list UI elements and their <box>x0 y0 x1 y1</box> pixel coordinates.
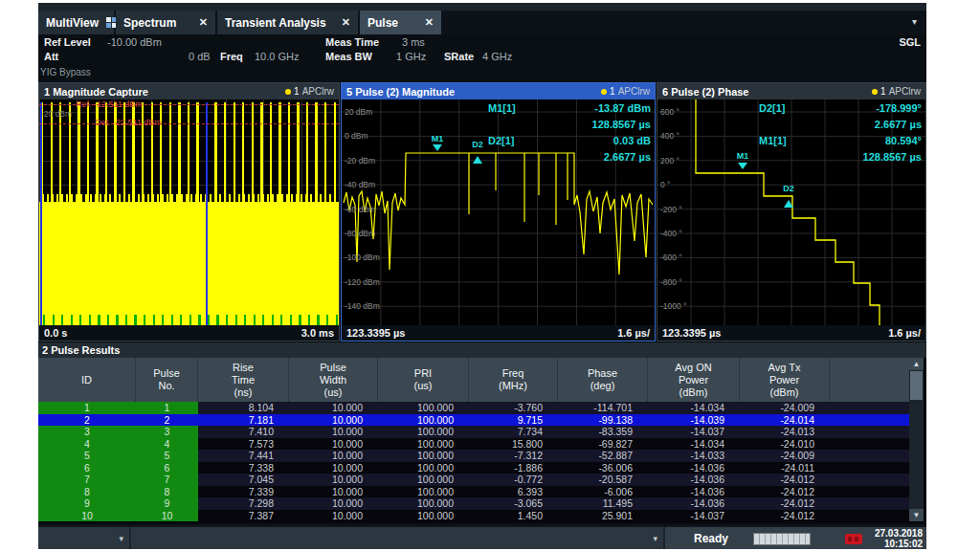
meas-time-value[interactable]: 3 ms <box>402 36 425 48</box>
trace-color-dot <box>601 89 607 95</box>
table-cell: 9.715 <box>469 414 558 427</box>
marker-name: D2[1] <box>759 100 786 117</box>
panel6-title-bar[interactable]: 6 Pulse (2) Phase 1 APClrw <box>657 83 925 99</box>
table-cell: -52.887 <box>558 450 648 462</box>
scroll-up-icon[interactable]: ▲ <box>909 358 924 370</box>
pulse-results-title[interactable]: 2 Pulse Results <box>38 342 926 358</box>
table-row[interactable]: 557.44110.000100.000-7.312-52.887-14.033… <box>38 450 909 462</box>
col-header-avg-tx-power: Avg Tx Power (dBm) <box>740 358 830 402</box>
table-cell: -24.013 <box>740 426 830 438</box>
col-header-phase: Phase (deg) <box>558 358 648 402</box>
table-cell-empty <box>830 474 909 486</box>
table-cell: 10 <box>136 510 198 522</box>
tab-spectrum[interactable]: Spectrum ✕ <box>116 11 215 34</box>
table-cell: 7.338 <box>198 462 289 474</box>
tab-multiview-label: MultiView <box>46 16 99 30</box>
marker-value: -178.999° <box>876 100 922 117</box>
status-dropdown-left[interactable]: ▾ <box>38 527 131 549</box>
detection-level-line <box>39 123 339 124</box>
status-message-area[interactable]: ▾ <box>131 527 665 549</box>
ref-line-label: Ref. -12.511 dBm <box>76 99 143 109</box>
scrollbar-thumb[interactable] <box>910 371 923 400</box>
time: 10:15:02 <box>875 540 923 550</box>
tab-transient-analysis[interactable]: Transient Analysis ✕ <box>217 11 358 34</box>
table-cell: -24.010 <box>740 438 830 451</box>
selection-line-pulse[interactable] <box>206 102 208 326</box>
trace-mode: APClrw <box>618 86 650 97</box>
table-cell: 5 <box>136 450 198 462</box>
y-tick-label: 0 dBm <box>345 131 368 141</box>
capture-pulse-train <box>41 102 338 202</box>
table-cell: -1.886 <box>469 462 558 474</box>
chevron-down-icon[interactable]: ▾ <box>912 16 917 27</box>
window-pulse-phase[interactable]: 6 Pulse (2) Phase 1 APClrw M1 D2 D2[ <box>657 82 926 342</box>
table-row[interactable]: 667.33810.000100.000-1.886-36.006-14.036… <box>38 462 909 474</box>
marker-readout: D2[1]-178.999° 2.6677 µs M1[1]80.594° 12… <box>759 100 922 165</box>
table-cell: 2 <box>38 414 136 427</box>
att-label: Att <box>44 51 58 62</box>
panel1-plot-area[interactable]: -20 dBm Ref. -12.511 dBm Det. -22.511 dB… <box>39 99 339 326</box>
panel6-x-axis: 123.3395 µs 1.6 µs/ <box>657 325 925 341</box>
selection-line-left[interactable] <box>40 102 42 326</box>
trace-number: 1 <box>880 86 886 97</box>
yig-bypass-label: YIG Bypass <box>40 67 91 77</box>
window-magnitude-capture[interactable]: 1 Magnitude Capture 1 APClrw -20 dBm Ref <box>38 82 340 342</box>
table-cell: 7.573 <box>198 438 289 451</box>
marker-readout: M1[1]-13.87 dBm 128.8567 µs D2[1]0.03 dB… <box>488 100 651 165</box>
table-cell-empty <box>830 510 909 522</box>
table-cell: 7.045 <box>198 474 289 486</box>
panel1-title-bar[interactable]: 1 Magnitude Capture 1 APClrw <box>39 83 339 99</box>
panel5-title-bar[interactable]: 5 Pulse (2) Magnitude 1 APClrw <box>342 83 655 99</box>
scroll-down-icon[interactable]: ▼ <box>909 509 924 521</box>
table-cell: 100.000 <box>378 462 469 474</box>
y-tick-label: -60 dBm <box>345 205 375 214</box>
trace-mode: APClrw <box>302 86 334 97</box>
table-row[interactable]: 887.33910.000100.0006.393-6.006-14.036-2… <box>38 486 909 498</box>
tab-pulse[interactable]: Pulse ✕ <box>360 11 441 34</box>
ref-level-value[interactable]: -10.00 dBm <box>107 36 162 48</box>
table-cell: 4 <box>136 438 198 451</box>
table-cell: 100.000 <box>378 414 469 427</box>
table-row[interactable]: 337.41010.000100.0007.734-83.359-14.037-… <box>38 426 909 438</box>
table-cell: 10.000 <box>289 474 378 486</box>
capture-noise-block <box>39 202 339 326</box>
meas-bw-value[interactable]: 1 GHz <box>396 51 426 62</box>
table-row[interactable]: 227.18110.000100.0009.715-99.138-14.039-… <box>38 414 909 427</box>
table-cell: -20.587 <box>558 474 648 486</box>
table-cell: -36.006 <box>558 462 648 474</box>
panel5-plot-area[interactable]: M1 D2 M1[1]-13.87 dBm 128.8567 µs D2[1]0… <box>342 99 655 326</box>
table-row[interactable]: 997.29810.000100.000-3.06511.495-14.036-… <box>38 497 909 510</box>
close-icon[interactable]: ✕ <box>342 16 350 29</box>
ready-status: Ready <box>694 532 728 545</box>
panel6-plot-area[interactable]: M1 D2 D2[1]-178.999° 2.6677 µs M1[1]80.5… <box>657 99 925 326</box>
table-cell: -24.009 <box>740 402 830 414</box>
table-cell: -7.312 <box>469 450 558 462</box>
table-cell: -83.359 <box>558 426 648 438</box>
channel-tab-bar: MultiView Spectrum ✕ Transient Analysis … <box>38 11 926 34</box>
table-cell: 1 <box>38 402 136 414</box>
table-cell: -14.036 <box>648 462 740 474</box>
close-icon[interactable]: ✕ <box>425 16 434 29</box>
panel5-trace-legend: 1 APClrw <box>601 86 650 97</box>
sgl-badge: SGL <box>899 36 921 48</box>
table-cell: 3 <box>38 426 136 438</box>
y-tick-label: 400 ° <box>660 131 679 141</box>
tab-multiview[interactable]: MultiView <box>38 11 114 34</box>
srate-value[interactable]: 4 GHz <box>482 51 512 62</box>
table-row[interactable]: 447.57310.000100.00015.800-69.827-14.034… <box>38 438 909 451</box>
meas-bw-label: Meas BW <box>325 51 372 62</box>
window-top-strip <box>38 3 926 11</box>
instrument-screen: MultiView Spectrum ✕ Transient Analysis … <box>38 3 926 549</box>
table-cell: 100.000 <box>378 486 469 498</box>
table-row[interactable]: 10107.38710.000100.0001.45025.901-14.037… <box>38 510 909 522</box>
table-scrollbar[interactable]: ▲ ▼ <box>909 358 924 521</box>
table-row[interactable]: 777.04510.000100.000-0.772-20.587-14.036… <box>38 474 909 486</box>
table-cell: 8 <box>38 486 136 498</box>
window-pulse-magnitude[interactable]: 5 Pulse (2) Magnitude 1 APClrw M1 D2 <box>341 82 656 342</box>
table-row[interactable]: 118.10410.000100.000-3.760-114.701-14.03… <box>38 402 909 414</box>
table-cell: 7.181 <box>198 414 289 427</box>
att-value[interactable]: 0 dB <box>189 51 211 62</box>
marker-name: M1[1] <box>759 133 787 149</box>
close-icon[interactable]: ✕ <box>199 16 208 29</box>
freq-value[interactable]: 10.0 GHz <box>255 51 299 62</box>
